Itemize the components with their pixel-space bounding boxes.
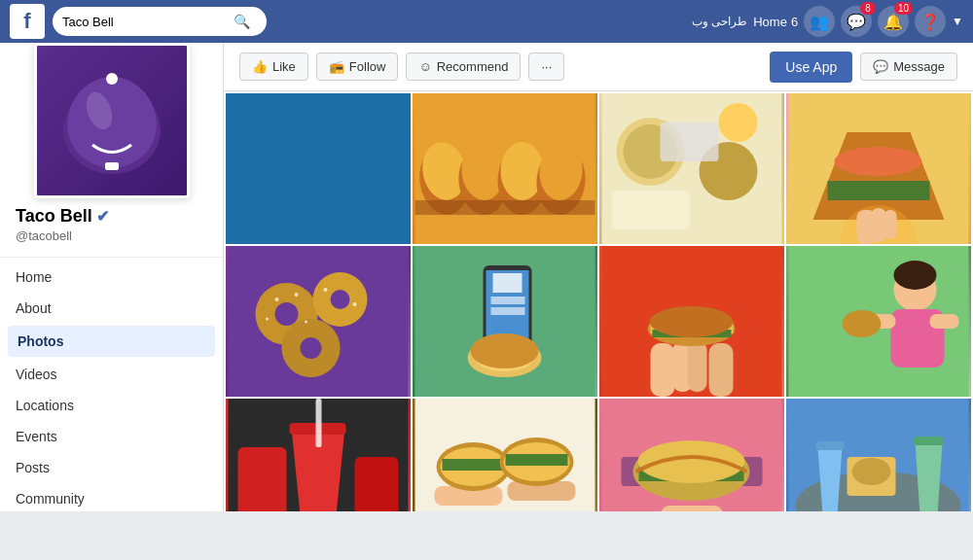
- sidebar-item-photos[interactable]: Photos: [8, 326, 215, 357]
- photo-row-1: [226, 93, 971, 244]
- help-icon: ❓: [920, 13, 940, 31]
- photo-row-3: [226, 399, 971, 511]
- like-icon: 👍: [252, 59, 268, 74]
- meal-spread-svg: [786, 399, 971, 511]
- photo-red-drink[interactable]: [226, 399, 411, 511]
- messages-icon: 💬: [847, 13, 866, 31]
- content-area: 👍 Like 📻 Follow ☺ Recommend ··· Use App …: [224, 43, 973, 511]
- svg-rect-72: [355, 457, 399, 511]
- like-label: Like: [272, 59, 296, 74]
- pink-tacos-svg: [599, 399, 784, 511]
- svg-marker-94: [916, 442, 943, 511]
- recommend-icon: ☺: [418, 59, 431, 74]
- photo-sandwich-hands[interactable]: [599, 246, 784, 397]
- notifications-icon-btn[interactable]: 🔔 10: [878, 6, 909, 37]
- photo-donuts[interactable]: [226, 246, 411, 397]
- sidebar-item-home[interactable]: Home: [0, 262, 223, 293]
- nav-dropdown-arrow[interactable]: ▼: [952, 15, 963, 28]
- svg-rect-71: [238, 447, 287, 511]
- svg-rect-47: [491, 307, 525, 315]
- search-bar[interactable]: 🔍: [53, 7, 267, 36]
- sidebar: Taco Bell ✔ @tacobell Home About Photos …: [0, 43, 224, 511]
- use-app-button[interactable]: Use App: [770, 52, 852, 83]
- photo-guy-eating[interactable]: [786, 246, 971, 397]
- page-name-container: Taco Bell ✔: [0, 198, 223, 228]
- svg-rect-45: [493, 273, 523, 293]
- svg-rect-19: [612, 191, 690, 229]
- svg-point-2: [106, 73, 118, 85]
- photo-tacos-line[interactable]: [413, 93, 597, 244]
- search-icon: 🔍: [234, 14, 250, 29]
- svg-rect-91: [816, 441, 845, 450]
- svg-rect-13: [415, 200, 595, 215]
- profile-picture: [34, 43, 190, 198]
- svg-point-93: [852, 458, 891, 485]
- nav-right: طراحی وب Home 6 👥 💬 8 🔔 10 ❓ ▼: [692, 6, 963, 37]
- like-button[interactable]: 👍 Like: [239, 52, 308, 81]
- svg-point-20: [719, 103, 758, 142]
- donuts-svg: [226, 246, 411, 397]
- photo-taco-pink-bg[interactable]: [786, 93, 971, 244]
- svg-rect-81: [506, 454, 568, 466]
- sidebar-item-videos[interactable]: Videos: [0, 359, 223, 390]
- sidebar-item-about[interactable]: About: [0, 293, 223, 324]
- svg-rect-70: [316, 399, 322, 447]
- follow-button[interactable]: 📻 Follow: [316, 52, 399, 81]
- taco-bell-logo-svg: [49, 57, 175, 184]
- follow-icon: 📻: [329, 59, 344, 74]
- svg-rect-78: [443, 459, 505, 471]
- svg-point-50: [471, 333, 539, 368]
- overhead-svg: [599, 93, 784, 244]
- page-handle: @tacobell: [0, 228, 223, 253]
- guy-eating-svg: [786, 246, 971, 397]
- photo-overhead-food[interactable]: [599, 93, 784, 244]
- nav-divider-1: [0, 257, 223, 258]
- notifications-badge: 10: [894, 2, 913, 15]
- svg-point-24: [835, 147, 922, 176]
- tacos-held-svg: [413, 399, 597, 511]
- search-input[interactable]: [62, 15, 228, 29]
- svg-rect-28: [884, 210, 897, 239]
- message-label: Message: [893, 59, 945, 74]
- rtl-text: طراحی وب: [692, 15, 747, 28]
- help-icon-btn[interactable]: ❓: [915, 6, 946, 37]
- phone-breakfast-svg: [413, 246, 597, 397]
- svg-rect-27: [872, 208, 886, 242]
- photo-blue-cups[interactable]: [226, 93, 411, 244]
- friends-icon: 👥: [810, 13, 829, 31]
- main-layout: Taco Bell ✔ @tacobell Home About Photos …: [0, 43, 973, 511]
- svg-point-39: [305, 321, 307, 324]
- home-label: Home: [753, 15, 787, 29]
- top-nav: f 🔍 طراحی وب Home 6 👥 💬 8 🔔 10 ❓ ▼: [0, 0, 973, 43]
- svg-rect-54: [709, 343, 734, 397]
- svg-point-62: [894, 261, 937, 290]
- message-icon: 💬: [873, 59, 888, 74]
- recommend-label: Recommend: [437, 59, 509, 74]
- facebook-logo: f: [10, 4, 45, 39]
- home-nav[interactable]: Home 6: [753, 15, 798, 29]
- svg-point-59: [650, 306, 734, 337]
- friends-icon-btn[interactable]: 👥: [804, 6, 835, 37]
- photo-meal-spread[interactable]: [786, 399, 971, 511]
- photo-row-2: [226, 246, 971, 397]
- photo-tacos-held[interactable]: [413, 399, 597, 511]
- photo-phone-breakfast[interactable]: [413, 246, 597, 397]
- photo-pink-tacos[interactable]: [599, 399, 784, 511]
- sidebar-item-locations[interactable]: Locations: [0, 390, 223, 421]
- svg-rect-46: [491, 297, 525, 304]
- message-button[interactable]: 💬 Message: [860, 52, 957, 81]
- recommend-button[interactable]: ☺ Recommend: [406, 52, 521, 81]
- more-button[interactable]: ···: [528, 52, 564, 81]
- svg-point-40: [324, 288, 328, 292]
- svg-point-35: [301, 337, 322, 359]
- svg-point-36: [275, 298, 279, 301]
- svg-point-37: [295, 293, 299, 297]
- page-name-text: Taco Bell: [16, 206, 92, 227]
- sidebar-item-events[interactable]: Events: [0, 421, 223, 452]
- sidebar-item-community[interactable]: Community: [0, 483, 223, 511]
- svg-rect-1: [105, 162, 119, 170]
- messages-icon-btn[interactable]: 💬 8: [841, 6, 872, 37]
- sidebar-item-posts[interactable]: Posts: [0, 452, 223, 483]
- svg-point-33: [331, 290, 350, 309]
- svg-point-31: [275, 302, 299, 326]
